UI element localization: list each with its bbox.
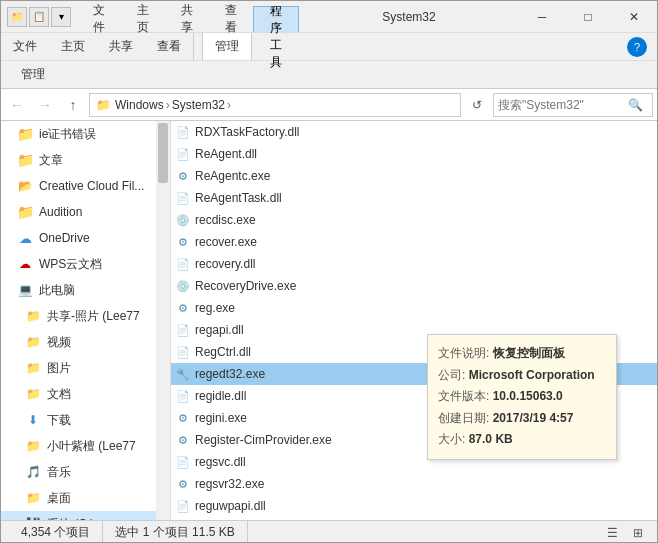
sidebar-container: 📁 ie证书错误 📁 文章 📂 Creative Cloud Fil... 📁 … [1,121,171,520]
dll-icon: 📄 [175,498,191,514]
sidebar-item-wps-cloud[interactable]: ☁ WPS云文档 [1,251,156,277]
file-item-reguwpapi[interactable]: 📄 reguwpapi.dll [171,495,657,517]
file-name-reguwpapi: reguwpapi.dll [195,499,266,513]
file-item-reg[interactable]: ⚙ reg.exe [171,297,657,319]
menu-manage[interactable]: 管理 [202,33,252,60]
sidebar-item-label-audition: Audition [39,205,82,219]
file-item-rdxtask[interactable]: 📄 RDXTaskFactory.dll [171,121,657,143]
sidebar-scrollbar[interactable] [156,121,170,520]
file-name-regini: regini.exe [195,411,247,425]
file-item-reagenttask[interactable]: 📄 ReAgentTask.dll [171,187,657,209]
window-title: System32 [299,1,519,32]
tab-home[interactable]: 主页 [121,6,165,32]
minimize-button[interactable]: ─ [519,1,565,33]
close-button[interactable]: ✕ [611,1,657,33]
back-button[interactable]: ← [5,93,29,117]
sidebar-item-system-c[interactable]: 💾 系统 (C:) [1,511,156,520]
maximize-button[interactable]: □ [565,1,611,33]
sidebar-item-label-video: 视频 [47,334,71,351]
path-separator-1: › [166,98,170,112]
file-item-recover[interactable]: ⚙ recover.exe [171,231,657,253]
sidebar-item-documents[interactable]: 📁 文档 [1,381,156,407]
this-pc-icon: 💻 [17,282,33,298]
quick-access-btn3[interactable]: ▾ [51,7,71,27]
path-part-windows[interactable]: Windows [115,98,164,112]
tooltip-line: 大小: 87.0 KB [438,429,606,451]
view-list-button[interactable]: ☰ [601,522,623,544]
file-name-regsvr32: regsvr32.exe [195,477,264,491]
sidebar-scroll-thumb[interactable] [158,123,168,183]
sidebar-item-label-documents: 文档 [47,386,71,403]
sidebar-item-creative-cloud[interactable]: 📂 Creative Cloud Fil... [1,173,156,199]
address-bar: ← → ↑ 📁 Windows › System32 › ↺ 🔍 [1,89,657,121]
status-bar: 4,354 个项目 选中 1 个项目 11.5 KB ☰ ⊞ [1,520,657,543]
sidebar-item-ie-cert[interactable]: 📁 ie证书错误 [1,121,156,147]
sidebar-item-label-desktop: 桌面 [47,490,71,507]
quick-access-btn1[interactable]: 📁 [7,7,27,27]
sidebar-item-label-this-pc: 此电脑 [39,282,75,299]
up-button[interactable]: ↑ [61,93,85,117]
tooltip-line: 文件版本: 10.0.15063.0 [438,386,606,408]
tab-share[interactable]: 共享 [165,6,209,32]
file-item-recovery[interactable]: 📄 recovery.dll [171,253,657,275]
file-name-recovery: recovery.dll [195,257,255,271]
file-name-reg: reg.exe [195,301,235,315]
menu-view[interactable]: 查看 [145,33,193,60]
refresh-button[interactable]: ↺ [465,93,489,117]
desktop-folder-icon: 📁 [25,490,41,506]
sidebar-item-onedrive[interactable]: ☁ OneDrive [1,225,156,251]
sidebar-item-label-ie-cert: ie证书错误 [39,126,96,143]
file-tooltip: 文件说明: 恢复控制面板公司: Microsoft Corporation文件版… [427,334,617,460]
menu-home[interactable]: 主页 [49,33,97,60]
file-name-regedt32: regedt32.exe [195,367,265,381]
sub-menu-manage[interactable]: 管理 [9,62,57,87]
file-name-regctrl: RegCtrl.dll [195,345,251,359]
onedrive-icon: ☁ [17,230,33,246]
creative-cloud-icon: 📂 [17,178,33,194]
folder-icon-path: 📁 [96,98,111,112]
title-bar-controls: ─ □ ✕ [519,1,657,32]
menu-share[interactable]: 共享 [97,33,145,60]
tab-view[interactable]: 查看 [209,6,253,32]
sidebar-item-video[interactable]: 📁 视频 [1,329,156,355]
file-item-regsvr32[interactable]: ⚙ regsvr32.exe [171,473,657,495]
sidebar-item-desktop[interactable]: 📁 桌面 [1,485,156,511]
file-name-recdisc: recdisc.exe [195,213,256,227]
search-box[interactable]: 🔍 [493,93,653,117]
sidebar-item-audition[interactable]: 📁 Audition [1,199,156,225]
file-name-rdxtask: RDXTaskFactory.dll [195,125,299,139]
status-bar-right: ☰ ⊞ [601,522,649,544]
downloads-folder-icon: ⬇ [25,412,41,428]
address-path[interactable]: 📁 Windows › System32 › [89,93,461,117]
dll-icon: 📄 [175,256,191,272]
help-button[interactable]: ? [627,37,647,57]
menu-file[interactable]: 文件 [1,33,49,60]
tab-app-tool[interactable]: 应用程序工具 [253,6,299,32]
sidebar-item-label-system-c: 系统 (C:) [47,516,94,521]
sidebar-item-music-lee[interactable]: 📁 小叶紫檀 (Lee77 [1,433,156,459]
sidebar-item-label-wps: WPS云文档 [39,256,102,273]
sidebar-item-music[interactable]: 🎵 音乐 [1,459,156,485]
sidebar-item-shared-photos[interactable]: 📁 共享-照片 (Lee77 [1,303,156,329]
tab-file[interactable]: 文件 [77,6,121,32]
status-selected-info: 选中 1 个项目 11.5 KB [103,521,247,543]
file-item-recoverydrive[interactable]: 💿 RecoveryDrive.exe [171,275,657,297]
sidebar-item-this-pc[interactable]: 💻 此电脑 [1,277,156,303]
file-item-recdisc[interactable]: 💿 recdisc.exe [171,209,657,231]
file-item-reagentc[interactable]: ⚙ ReAgentc.exe [171,165,657,187]
network-folder-icon-2: 📁 [25,438,41,454]
exe-icon: ⚙ [175,410,191,426]
dll-icon: 📄 [175,388,191,404]
file-item-reagent[interactable]: 📄 ReAgent.dll [171,143,657,165]
search-input[interactable] [498,98,628,112]
sidebar-item-pictures[interactable]: 📁 图片 [1,355,156,381]
file-name-regapi: regapi.dll [195,323,244,337]
view-grid-button[interactable]: ⊞ [627,522,649,544]
forward-button[interactable]: → [33,93,57,117]
quick-access-btn2[interactable]: 📋 [29,7,49,27]
sidebar-item-downloads[interactable]: ⬇ 下载 [1,407,156,433]
file-name-regsvc: regsvc.dll [195,455,246,469]
sidebar-item-wenzhang[interactable]: 📁 文章 [1,147,156,173]
path-part-system32[interactable]: System32 [172,98,225,112]
docs-folder-icon: 📁 [25,386,41,402]
